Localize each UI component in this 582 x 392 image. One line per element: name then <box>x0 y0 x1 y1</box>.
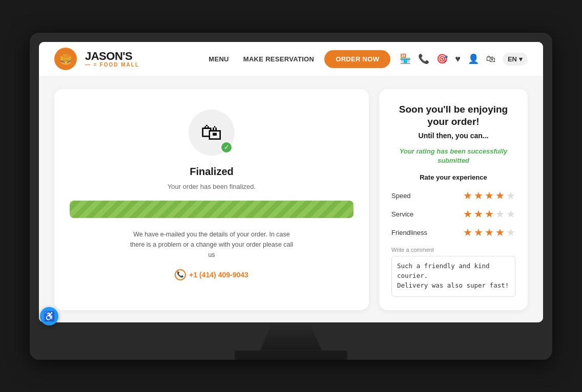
star-4[interactable]: ★ <box>495 208 505 220</box>
progress-bar-container <box>70 201 354 218</box>
order-now-button[interactable]: ORDER NOW <box>324 50 390 68</box>
star-3[interactable]: ★ <box>485 226 494 238</box>
speed-label: Speed <box>391 192 432 200</box>
bag-nav-icon[interactable]: 🛍 <box>486 54 495 64</box>
finalized-subtitle: Your order has been finalized. <box>168 183 256 190</box>
monitor: 🍔 JASON'S — = FOOD MALL MENU MAKE RESERV… <box>30 33 552 360</box>
star-2[interactable]: ★ <box>474 208 483 220</box>
star-1[interactable]: ★ <box>463 189 472 202</box>
main-content: 🛍 ✓ Finalized Your order has been finali… <box>39 77 543 322</box>
friendliness-row: Friendliness ★ ★ ★ ★ ★ <box>391 226 515 238</box>
star-1[interactable]: ★ <box>463 226 472 238</box>
logo-area: 🍔 JASON'S — = FOOD MALL <box>54 48 139 70</box>
logo-name: JASON'S <box>85 51 139 62</box>
star-3[interactable]: ★ <box>485 208 494 220</box>
service-label: Service <box>391 210 432 218</box>
progress-bar <box>70 201 354 218</box>
check-icon: ✓ <box>224 143 230 151</box>
friendliness-label: Friendliness <box>391 229 432 236</box>
email-note: We have e-mailed you the details of your… <box>130 229 294 260</box>
phone-nav-icon[interactable]: 📞 <box>418 53 429 64</box>
finalized-title: Finalized <box>190 166 234 178</box>
phone-number: +1 (414) 409-9043 <box>189 271 248 279</box>
star-1[interactable]: ★ <box>463 208 472 220</box>
heart-icon[interactable]: ♥ <box>455 54 461 64</box>
comment-textarea[interactable]: Such a friendly and kind courier. Delive… <box>391 256 515 297</box>
speed-stars[interactable]: ★ ★ ★ ★ ★ <box>463 189 515 202</box>
navbar: 🍔 JASON'S — = FOOD MALL MENU MAKE RESERV… <box>39 42 543 77</box>
fork-icon: — = <box>85 62 98 68</box>
bag-icon-wrapper: 🛍 ✓ <box>189 110 235 156</box>
chevron-down-icon: ▾ <box>519 55 523 63</box>
logo-block: JASON'S — = FOOD MALL <box>85 51 139 68</box>
reservation-link[interactable]: MAKE RESERVATION <box>243 55 314 63</box>
monitor-stand <box>260 322 322 351</box>
star-2[interactable]: ★ <box>474 226 483 238</box>
star-4[interactable]: ★ <box>495 226 505 238</box>
screen: 🍔 JASON'S — = FOOD MALL MENU MAKE RESERV… <box>39 42 543 322</box>
star-5[interactable]: ★ <box>506 208 515 220</box>
nav-icons: 🏪 📞 🎯 ♥ 👤 🛍 EN ▾ <box>400 53 528 66</box>
compass-icon[interactable]: 🎯 <box>437 53 448 64</box>
friendliness-stars[interactable]: ★ ★ ★ ★ ★ <box>463 226 515 238</box>
star-2[interactable]: ★ <box>474 189 483 202</box>
store-icon[interactable]: 🏪 <box>400 53 411 64</box>
star-5[interactable]: ★ <box>506 226 515 238</box>
service-stars[interactable]: ★ ★ ★ ★ ★ <box>463 208 515 220</box>
menu-link[interactable]: MENU <box>209 55 228 63</box>
nav-links: MENU MAKE RESERVATION <box>209 55 314 63</box>
enjoy-title: Soon you'll be enjoying your order! <box>399 103 508 128</box>
star-3[interactable]: ★ <box>485 189 494 202</box>
rating-success-message: Your rating has been successfully submit… <box>391 147 515 165</box>
accessibility-icon: ♿ <box>44 311 55 322</box>
service-row: Service ★ ★ ★ ★ ★ <box>391 208 515 220</box>
language-button[interactable]: EN ▾ <box>503 53 528 66</box>
check-badge: ✓ <box>220 141 233 154</box>
bag-icon: 🛍 <box>201 120 222 145</box>
rating-rows: Speed ★ ★ ★ ★ ★ Service ★ <box>391 189 515 238</box>
accessibility-button[interactable]: ♿ <box>40 307 58 325</box>
logo-subtitle: — = FOOD MALL <box>85 62 139 68</box>
order-card: 🛍 ✓ Finalized Your order has been finali… <box>54 89 369 310</box>
rate-experience-label: Rate your experience <box>420 173 487 181</box>
monitor-base <box>235 351 347 360</box>
star-4[interactable]: ★ <box>495 189 505 202</box>
rating-card: Soon you'll be enjoying your order! Unti… <box>379 89 528 310</box>
user-icon[interactable]: 👤 <box>468 53 479 64</box>
comment-label: Write a comment <box>391 247 434 253</box>
until-then: Until then, you can... <box>419 132 489 140</box>
phone-link[interactable]: 📞 +1 (414) 409-9043 <box>175 269 248 280</box>
star-5[interactable]: ★ <box>506 189 515 202</box>
logo-icon: 🍔 <box>59 53 72 65</box>
phone-circle-icon: 📞 <box>175 269 186 280</box>
speed-row: Speed ★ ★ ★ ★ ★ <box>391 189 515 202</box>
